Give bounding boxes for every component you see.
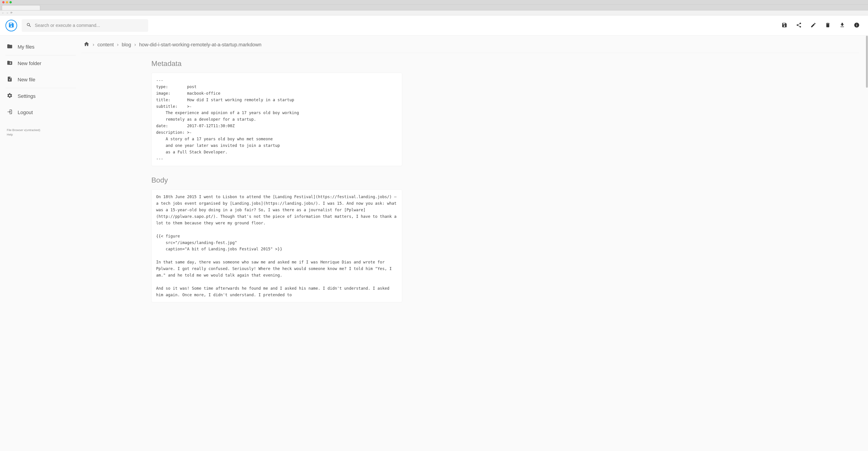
sidebar-item-label: Logout bbox=[18, 110, 33, 116]
header-actions bbox=[781, 22, 863, 29]
browser-back-icon[interactable]: ← bbox=[2, 11, 4, 14]
sidebar-item-label: New folder bbox=[18, 61, 41, 66]
info-icon bbox=[854, 22, 860, 29]
rename-button[interactable] bbox=[810, 22, 816, 29]
breadcrumb: › content › blog › how-did-i-start-worki… bbox=[81, 36, 859, 53]
app-logo[interactable] bbox=[5, 20, 17, 31]
body-heading: Body bbox=[151, 176, 868, 184]
window-minimize-dot[interactable] bbox=[6, 1, 8, 3]
mac-titlebar bbox=[0, 0, 868, 4]
browser-forward-icon[interactable]: → bbox=[6, 11, 8, 14]
window-zoom-dot[interactable] bbox=[9, 1, 12, 3]
body-text[interactable]: On 18th June 2015 I went to Lisbon to at… bbox=[156, 193, 397, 298]
settings-icon bbox=[7, 93, 13, 100]
download-button[interactable] bbox=[839, 22, 845, 29]
info-button[interactable] bbox=[854, 22, 860, 29]
scrollbar-track[interactable] bbox=[866, 36, 868, 451]
share-icon bbox=[796, 22, 802, 29]
app-header bbox=[0, 16, 868, 36]
content-pane: › content › blog › how-did-i-start-worki… bbox=[81, 36, 868, 451]
metadata-card[interactable]: --- type: post image: macbook-office tit… bbox=[151, 73, 402, 166]
sidebar: My files New folder New file Settings Lo… bbox=[0, 36, 81, 451]
search-icon bbox=[26, 22, 32, 29]
breadcrumb-segment[interactable]: content bbox=[97, 42, 114, 48]
save-button[interactable] bbox=[781, 22, 787, 29]
search-box[interactable] bbox=[22, 19, 148, 32]
chevron-right-icon: › bbox=[93, 42, 94, 48]
scrollbar-thumb[interactable] bbox=[866, 36, 868, 88]
sidebar-item-label: New file bbox=[18, 77, 35, 83]
body-card[interactable]: On 18th June 2015 I went to Lisbon to at… bbox=[151, 189, 402, 302]
logout-icon bbox=[7, 109, 13, 116]
sidebar-item-logout[interactable]: Logout bbox=[0, 104, 81, 121]
sidebar-item-new-file[interactable]: New file bbox=[0, 71, 81, 88]
breadcrumb-segment[interactable]: how-did-i-start-working-remotely-at-a-st… bbox=[139, 42, 261, 48]
breadcrumb-segment[interactable]: blog bbox=[122, 42, 131, 48]
home-icon[interactable] bbox=[84, 41, 90, 48]
save-icon bbox=[781, 22, 787, 29]
window-close-dot[interactable] bbox=[2, 1, 4, 3]
delete-button[interactable] bbox=[825, 22, 831, 29]
browser-reload-icon[interactable]: ⟳ bbox=[10, 11, 12, 14]
help-link[interactable]: Help bbox=[7, 133, 13, 136]
share-button[interactable] bbox=[796, 22, 802, 29]
download-icon bbox=[839, 22, 845, 29]
sidebar-item-label: My files bbox=[18, 44, 35, 50]
metadata-heading: Metadata bbox=[151, 59, 868, 68]
browser-urlbar: ← → ⟳ bbox=[0, 10, 868, 16]
sidebar-item-my-files[interactable]: My files bbox=[0, 39, 81, 55]
search-input[interactable] bbox=[35, 23, 144, 28]
version-text: File Browser v(untracked) bbox=[7, 128, 74, 132]
trash-icon bbox=[825, 22, 831, 29]
floppy-disk-icon bbox=[8, 22, 14, 29]
metadata-text[interactable]: --- type: post image: macbook-office tit… bbox=[156, 77, 397, 162]
sidebar-item-new-folder[interactable]: New folder bbox=[0, 55, 81, 71]
folder-icon bbox=[7, 43, 13, 51]
chevron-right-icon: › bbox=[117, 42, 119, 48]
new-file-icon bbox=[7, 76, 13, 83]
sidebar-item-label: Settings bbox=[18, 93, 36, 99]
new-folder-icon bbox=[7, 60, 13, 67]
browser-tabstrip bbox=[0, 4, 868, 10]
pencil-icon bbox=[810, 22, 816, 29]
chevron-right-icon: › bbox=[134, 42, 136, 48]
sidebar-item-settings[interactable]: Settings bbox=[0, 88, 81, 104]
sidebar-footer: File Browser v(untracked) Help bbox=[0, 122, 81, 142]
browser-tab[interactable] bbox=[2, 5, 40, 10]
